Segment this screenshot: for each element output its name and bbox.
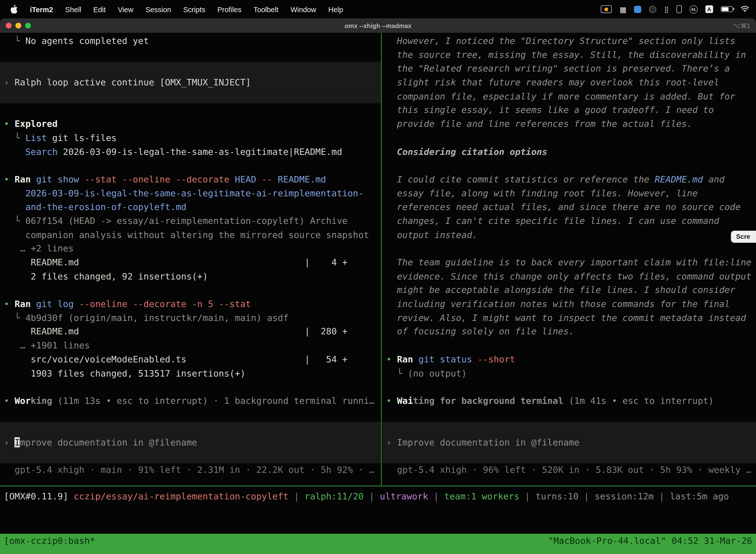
terminal-line: [0, 104, 381, 117]
minimize-button[interactable]: [15, 22, 21, 28]
keyboard-layout-icon[interactable]: A: [705, 5, 713, 13]
terminal-line: review. Also, I might want to inspect th…: [382, 311, 756, 325]
terminal-line: 1903 files changed, 513517 insertions(+): [0, 367, 381, 381]
terminal-line: provide file and line references from th…: [382, 117, 756, 131]
tmux-session-label[interactable]: [omx-cczip0:bash*: [4, 534, 95, 554]
terminal-line: Search 2026-03-09-is-legal-the-same-as-l…: [0, 145, 381, 159]
terminal-line: the "Related research writing" section i…: [382, 62, 756, 76]
menu-item-session[interactable]: Session: [145, 5, 171, 13]
window-title-bar[interactable]: omx --xhigh --madmax ⌥⌘1: [0, 18, 756, 33]
terminal-line: this single essay, it seems like a good …: [382, 104, 756, 117]
terminal-line: • Ran git log --oneline --decorate -n 5 …: [0, 297, 381, 311]
terminal-line: README.md | 4 +: [0, 256, 381, 270]
terminal-line: I could cite commit statistics or refere…: [382, 173, 756, 187]
menu-items: iTerm2ShellEditViewSessionScriptsProfile…: [30, 5, 343, 13]
terminal-line: of focusing solely on file lines.: [382, 325, 756, 339]
terminal-line: [0, 422, 381, 436]
terminal-line: [0, 449, 381, 463]
close-button[interactable]: [6, 22, 11, 28]
blue-app-icon[interactable]: [634, 5, 641, 13]
terminal-line: and-the-erosion-of-copyleft.md: [0, 200, 381, 214]
battery-fill: [722, 7, 729, 11]
ralph-loop-banner[interactable]: › Ralph loop active continue [OMX_TMUX_I…: [0, 76, 381, 90]
battery-icon[interactable]: [721, 6, 733, 12]
terminal-line: └ 4b9d30f (origin/main, instructkr/main,…: [0, 311, 381, 325]
left-terminal-pane[interactable]: └ No agents completed yet › Ralph loop a…: [0, 33, 381, 486]
tmux-host-clock: "MacBook-Pro-44.local" 04:52 31-Mar-26: [548, 534, 752, 554]
terminal-line: companion file, especially if more comme…: [382, 90, 756, 104]
working-status: • Working (11m 13s • esc to interrupt) ·…: [0, 394, 381, 408]
apple-menu-icon[interactable]: [11, 5, 18, 13]
menu-item-view[interactable]: View: [118, 5, 133, 13]
terminal-line: [0, 48, 381, 62]
iterm-window: omx --xhigh --madmax ⌥⌘1 └ No agents com…: [0, 18, 756, 554]
terminal-line: references need actual files, and since …: [382, 200, 756, 214]
model-status-line: gpt-5.4 xhigh · 96% left · 520K in · 5.8…: [382, 463, 756, 477]
terminal-line: └ List git ls-files: [0, 131, 381, 145]
screen-share-overlay-tab[interactable]: Scre: [731, 231, 756, 243]
terminal-panes: └ No agents completed yet › Ralph loop a…: [0, 33, 756, 486]
battery-percent-widget[interactable]: 61: [690, 5, 698, 13]
menu-status-icons: ▦ ⣿ 61 A: [601, 5, 756, 13]
menu-item-help[interactable]: Help: [328, 5, 343, 13]
menu-item-edit[interactable]: Edit: [93, 5, 106, 13]
terminal-line: the source tree, missing the essay. Stil…: [382, 48, 756, 62]
terminal-line: [382, 242, 756, 256]
wifi-icon[interactable]: [741, 6, 749, 12]
terminal-line: [382, 159, 756, 173]
terminal-line: changes, I can't cite specific file line…: [382, 214, 756, 228]
screen: iTerm2ShellEditViewSessionScriptsProfile…: [0, 0, 756, 554]
terminal-line: [382, 131, 756, 145]
device-icon[interactable]: [676, 5, 682, 13]
terminal-line: [0, 283, 381, 297]
pane-divider-horizontal: [0, 486, 756, 487]
menu-left: iTerm2ShellEditViewSessionScriptsProfile…: [0, 5, 343, 13]
omx-status-bar: [OMX#0.11.9] cczip/essay/ai-reimplementa…: [0, 490, 756, 504]
terminal-line: [0, 380, 381, 394]
prompt-input[interactable]: › Improve documentation in @filename: [0, 436, 381, 450]
terminal-line: • Ran git show --stat --oneline --decora…: [0, 173, 381, 187]
menu-item-scripts[interactable]: Scripts: [183, 5, 205, 13]
terminal-line: • Explored: [0, 117, 381, 131]
terminal-line: └ No agents completed yet: [0, 34, 381, 48]
terminal-line: … +1901 lines: [0, 339, 381, 353]
terminal-line: [0, 62, 381, 76]
terminal-line: The team guideline is to back every impo…: [382, 256, 756, 270]
prompt-input[interactable]: › Improve documentation in @filename: [382, 436, 756, 450]
terminal-line: including verification notes with those …: [382, 297, 756, 311]
terminal-line: 2 files changed, 92 insertions(+): [0, 270, 381, 283]
screen-recording-indicator-icon[interactable]: [601, 5, 612, 13]
dark-app-icon[interactable]: [649, 5, 656, 13]
terminal-line: [382, 422, 756, 436]
menu-item-profiles[interactable]: Profiles: [217, 5, 241, 13]
right-terminal-pane[interactable]: However, I noticed the "Directory Struct…: [382, 33, 756, 486]
menu-item-toolbelt[interactable]: Toolbelt: [253, 5, 278, 13]
terminal-line: companion analysis without altering the …: [0, 228, 381, 242]
menu-item-iterm2[interactable]: iTerm2: [30, 5, 53, 13]
pane-divider-vertical[interactable]: [381, 33, 382, 486]
menu-item-window[interactable]: Window: [291, 5, 316, 13]
terminal-line: 2026-03-09-is-legal-the-same-as-legitima…: [0, 187, 381, 201]
terminal-line: might be acceptable alongside the file l…: [382, 283, 756, 297]
terminal-line: └ (no output): [382, 367, 756, 381]
traffic-lights: [6, 18, 31, 33]
model-status-line: gpt-5.4 xhigh · main · 91% left · 2.31M …: [0, 463, 381, 477]
waiting-status: • Waiting for background terminal (1m 41…: [382, 394, 756, 408]
terminal-line: [382, 408, 756, 422]
terminal-line: … +2 lines: [0, 242, 381, 256]
terminal-line: evidence. Since this change only affects…: [382, 270, 756, 283]
dots-grid-icon[interactable]: ⣿: [664, 6, 669, 12]
display-grid-icon[interactable]: ▦: [620, 5, 627, 13]
window-shortcut-badge: ⌥⌘1: [733, 18, 750, 33]
terminal-line: [0, 159, 381, 173]
terminal-line: README.md | 280 +: [0, 325, 381, 339]
terminal-line: src/voice/voiceModeEnabled.ts | 54 +: [0, 353, 381, 367]
menu-item-shell[interactable]: Shell: [65, 5, 81, 13]
terminal-line: However, I noticed the "Directory Struct…: [382, 34, 756, 48]
zoom-button[interactable]: [25, 22, 31, 28]
tmux-status-bar: [omx-cczip0:bash* "MacBook-Pro-44.local"…: [0, 534, 756, 554]
terminal-line: [382, 380, 756, 394]
macos-menu-bar: iTerm2ShellEditViewSessionScriptsProfile…: [0, 0, 756, 18]
terminal-line: slight risk that future readers may over…: [382, 76, 756, 90]
terminal-line: essay file, along with finding root file…: [382, 187, 756, 201]
